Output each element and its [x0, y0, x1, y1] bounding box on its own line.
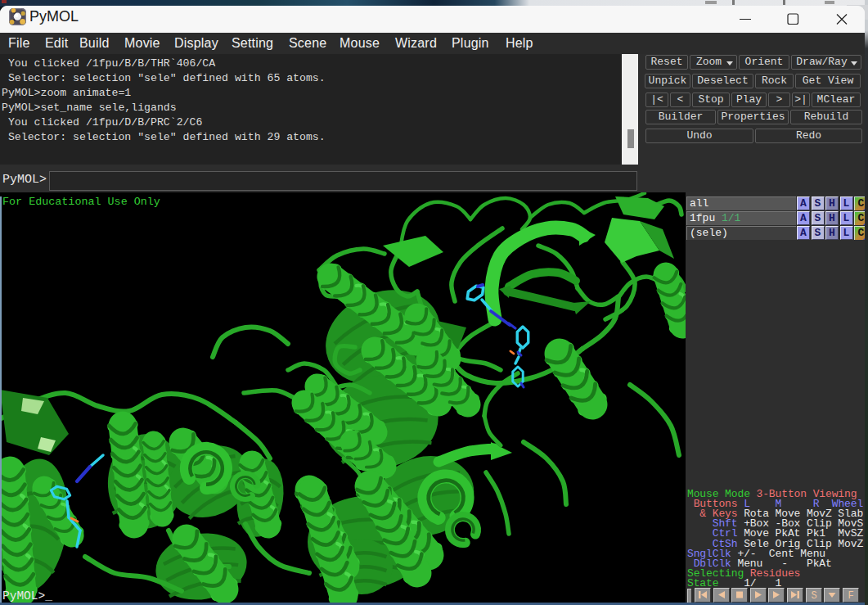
- svg-text:PyMOL>_: PyMOL>_: [2, 589, 52, 603]
- svg-text:For Educational Use Only: For Educational Use Only: [2, 196, 160, 208]
- svg-text:F: F: [848, 590, 853, 601]
- svg-text:S: S: [811, 590, 816, 601]
